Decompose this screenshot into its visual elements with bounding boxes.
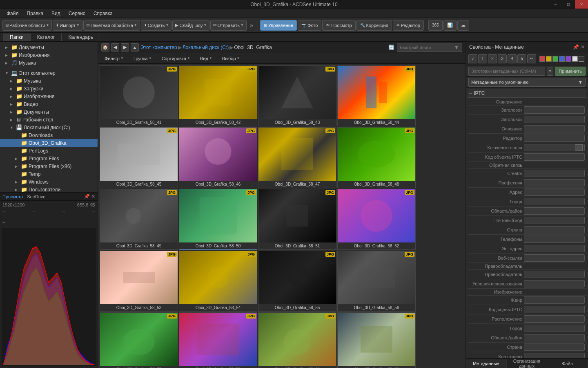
tree-item-program-files-x86[interactable]: ▶ 📁 Program Files (x86) bbox=[0, 162, 98, 170]
extra-btn-3[interactable]: ☁ bbox=[457, 20, 469, 31]
photo-tab[interactable]: 📷 Фото bbox=[298, 20, 321, 31]
minimize-button[interactable]: ─ bbox=[549, 0, 562, 9]
image-cell-44[interactable]: JPGOboi_3D_Grafika_58_44 bbox=[337, 65, 416, 126]
rt-color-purple[interactable] bbox=[566, 56, 571, 62]
rt-color-blue[interactable] bbox=[559, 56, 565, 62]
tree-item-thispc[interactable]: ▼ 💻 Этот компьютер bbox=[0, 69, 98, 77]
image-cell-47[interactable]: JPGOboi_3D_Grafika_58_47 bbox=[258, 127, 336, 188]
tree-item-music-top[interactable]: ▶ 🎵 Музыка bbox=[0, 59, 98, 67]
image-cell-46[interactable]: JPGOboi_3D_Grafika_58_46 bbox=[179, 127, 257, 188]
filter-button[interactable]: Фильтр ▼ bbox=[101, 55, 127, 62]
image-cell-59[interactable]: JPGOboi_3D_Grafika_58_59 bbox=[258, 312, 336, 368]
meta-value-copyright[interactable] bbox=[524, 271, 585, 278]
tree-item-video[interactable]: ▶ 📁 Видео bbox=[0, 100, 98, 108]
tree-item-music[interactable]: ▶ 📁 Музыка bbox=[0, 77, 98, 85]
image-cell-58[interactable]: JPGOboi_3D_Grafika_58_58 bbox=[179, 312, 257, 368]
extra-btn-2[interactable]: 📊 bbox=[443, 20, 457, 31]
menu-edit[interactable]: Правка bbox=[24, 10, 47, 17]
meta-value-heading2[interactable] bbox=[524, 116, 585, 123]
tab-folders[interactable]: Папки bbox=[3, 34, 31, 41]
meta-value-city[interactable] bbox=[524, 198, 585, 205]
image-cell-56[interactable]: JPGOboi_3D_Grafika_58_56 bbox=[337, 251, 416, 312]
menu-service[interactable]: Сервис bbox=[65, 10, 89, 17]
refresh-button[interactable]: 🔄 bbox=[387, 45, 395, 50]
meta-value-email[interactable] bbox=[524, 245, 585, 252]
rt-edit-btn[interactable]: ✏ bbox=[527, 54, 536, 63]
image-cell-57[interactable]: JPGOboi_3D_Grafika_58_57 bbox=[100, 312, 178, 368]
meta-value-creator[interactable] bbox=[524, 170, 585, 177]
breadcrumb-localc[interactable]: Локальный диск (C:) bbox=[183, 45, 229, 50]
meta-value-img-region[interactable] bbox=[524, 334, 585, 341]
meta-value-editor[interactable] bbox=[524, 135, 585, 142]
right-panel-pin-icon[interactable]: 📌 bbox=[573, 44, 579, 50]
rt-btn-1[interactable]: 1 bbox=[478, 54, 487, 63]
image-cell-49[interactable]: JPGOboi_3D_Grafika_58_49 bbox=[100, 189, 178, 250]
edit-tab[interactable]: ✏ Редактор bbox=[393, 20, 424, 31]
import-button[interactable]: ⬇ Импорт ▼ bbox=[53, 20, 82, 31]
meta-value-genre[interactable] bbox=[524, 296, 585, 304]
meta-value-img-city[interactable] bbox=[524, 325, 585, 332]
search-input[interactable] bbox=[400, 45, 452, 50]
menu-file[interactable]: Файл bbox=[3, 10, 22, 17]
close-button[interactable]: ✕ bbox=[575, 0, 588, 9]
rt-tab-data-org[interactable]: Организация данных bbox=[507, 357, 548, 368]
tree-item-images-top[interactable]: ▶ 📁 Изображения bbox=[0, 51, 98, 59]
develop-tab[interactable]: 🔧 Коррекция bbox=[356, 20, 392, 31]
tab-calendar[interactable]: Календарь bbox=[62, 34, 100, 41]
image-cell-53[interactable]: JPGOboi_3D_Grafika_58_53 bbox=[100, 251, 178, 312]
rt-btn-3[interactable]: 3 bbox=[498, 54, 507, 63]
tree-item-temp[interactable]: 📁 Temp bbox=[0, 170, 98, 178]
preview-close-icon[interactable]: ✕ bbox=[91, 194, 95, 199]
rt-tab-file[interactable]: Файл bbox=[547, 359, 588, 368]
rt-color-none[interactable] bbox=[579, 56, 584, 62]
meta-value-description[interactable] bbox=[524, 125, 585, 132]
meta-value-country[interactable] bbox=[524, 226, 585, 233]
image-cell-50[interactable]: JPGOboi_3D_Grafika_58_50 bbox=[179, 189, 257, 250]
forward-button[interactable]: ▶ bbox=[121, 43, 129, 52]
home-button[interactable]: 🏠 bbox=[101, 43, 109, 52]
meta-value-web[interactable] bbox=[524, 254, 585, 262]
rt-color-green[interactable] bbox=[552, 56, 558, 62]
tree-item-docs[interactable]: ▶ 📁 Документы bbox=[0, 43, 98, 51]
workspaces-button[interactable]: ⊞ Рабочие области ▼ bbox=[2, 20, 52, 31]
batch-button[interactable]: ⚙ Пакетная обработка ▼ bbox=[83, 20, 140, 31]
right-panel-close-icon[interactable]: ✕ bbox=[581, 44, 585, 50]
tree-item-windows[interactable]: ▶ 📁 Windows bbox=[0, 178, 98, 186]
tree-item-documents[interactable]: ▶ 📁 Документы bbox=[0, 108, 98, 116]
meta-value-region[interactable] bbox=[524, 207, 585, 215]
image-cell-51[interactable]: JPGOboi_3D_Grafika_58_51 bbox=[258, 189, 336, 250]
meta-template-input[interactable] bbox=[468, 67, 545, 76]
rt-tab-metadata[interactable]: Метаданные bbox=[466, 359, 507, 368]
tree-item-oboi-3d[interactable]: 📁 Oboi_3D_Grafika bbox=[0, 139, 98, 147]
rt-check-btn[interactable]: ✓ bbox=[468, 54, 477, 63]
meta-value-img-country[interactable] bbox=[524, 343, 585, 351]
meta-value-location[interactable] bbox=[524, 315, 585, 323]
rt-color-red[interactable] bbox=[539, 56, 545, 62]
image-cell-43[interactable]: JPGOboi_3D_Grafika_58_43 bbox=[258, 65, 336, 126]
menu-view[interactable]: Вид bbox=[48, 10, 64, 17]
rt-btn-4[interactable]: 4 bbox=[508, 54, 517, 63]
tab-catalog[interactable]: Каталог bbox=[31, 34, 62, 41]
keywords-dots-button[interactable]: ... bbox=[575, 144, 583, 151]
image-cell-41[interactable]: JPGOboi_3D_Grafika_58_41 bbox=[100, 65, 178, 126]
group-button[interactable]: Группа ▼ bbox=[130, 55, 155, 62]
view-button[interactable]: Вид ▼ bbox=[197, 55, 216, 62]
image-cell-55[interactable]: JPGOboi_3D_Grafika_58_55 bbox=[258, 251, 336, 312]
extra-btn-1[interactable]: 365 bbox=[428, 20, 443, 31]
tree-item-users[interactable]: ▶ 📁 Пользователи bbox=[0, 186, 98, 192]
tree-item-local-c[interactable]: ▼ 💾 Локальный диск (C:) bbox=[0, 123, 98, 131]
preview-tab-preview[interactable]: Просмотр bbox=[2, 194, 23, 199]
rt-color-yellow[interactable] bbox=[546, 56, 552, 62]
select-button[interactable]: Выбор ▼ bbox=[219, 55, 243, 62]
meta-value-profession[interactable] bbox=[524, 179, 585, 186]
image-cell-52[interactable]: JPGOboi_3D_Grafika_58_52 bbox=[337, 189, 416, 250]
meta-value-postal[interactable] bbox=[524, 217, 585, 224]
meta-value-usage[interactable] bbox=[524, 280, 585, 287]
tree-item-perflogs[interactable]: 📁 PerfLogs bbox=[0, 147, 98, 155]
breadcrumb-thispc[interactable]: Этот компьютер bbox=[140, 45, 177, 50]
rt-color-white[interactable] bbox=[572, 56, 578, 62]
rt-btn-5[interactable]: 5 bbox=[517, 54, 526, 63]
rt-btn-2[interactable]: 2 bbox=[488, 54, 497, 63]
slideshow-button[interactable]: ▶ Слайд-шоу ▼ bbox=[172, 20, 209, 31]
meta-value-address[interactable] bbox=[524, 188, 585, 196]
